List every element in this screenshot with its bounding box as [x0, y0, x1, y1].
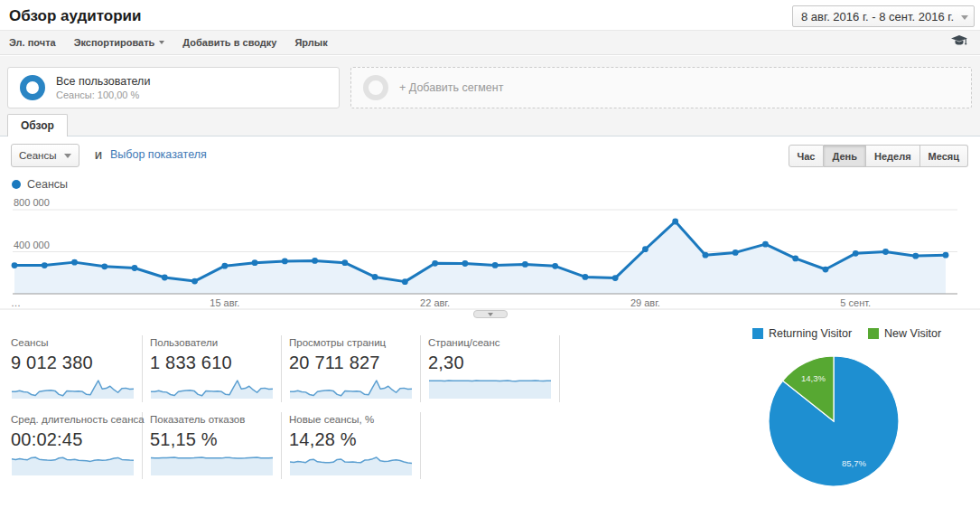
timeline-scrubber-handle[interactable] [473, 310, 508, 318]
data-point[interactable] [71, 259, 78, 266]
granularity-button-group: Час День Неделя Месяц [789, 145, 968, 167]
data-point[interactable] [672, 219, 678, 225]
granularity-week-button[interactable]: Неделя [866, 145, 920, 167]
intelligence-events-button[interactable] [951, 34, 967, 51]
data-point[interactable] [162, 275, 168, 281]
data-point[interactable] [912, 253, 919, 259]
metric-row-2: Сред. длительность сеанса 00:02:45 Показ… [4, 412, 421, 479]
data-point[interactable] [12, 262, 18, 268]
sparkline-chart [428, 378, 552, 400]
chevron-down-icon [159, 41, 164, 44]
data-point[interactable] [191, 278, 198, 285]
email-button[interactable]: Эл. почта [9, 37, 56, 48]
granularity-hour-button[interactable]: Час [789, 145, 825, 167]
metric-card-avg-session-duration: Сред. длительность сеанса 00:02:45 [4, 412, 143, 479]
chart-legend: Сеансы [12, 178, 68, 191]
legend-swatch-icon [868, 328, 879, 339]
data-point[interactable] [282, 259, 288, 265]
data-point[interactable] [402, 278, 408, 285]
sparkline-chart [289, 378, 413, 400]
action-toolbar: Эл. почта Экспортировать Добавить в свод… [0, 30, 980, 55]
data-point[interactable] [552, 263, 558, 269]
and-label: И [95, 150, 102, 161]
chevron-down-icon [64, 154, 71, 158]
sparkline-chart [11, 378, 135, 400]
data-point[interactable] [132, 265, 138, 271]
shortcut-button[interactable]: Ярлык [294, 37, 327, 48]
segment-subtitle: Сеансы: 100,00 % [56, 89, 150, 100]
data-point[interactable] [432, 260, 438, 267]
granularity-day-button[interactable]: День [824, 145, 866, 167]
legend-item-returning-visitor: Returning Visitor [752, 327, 852, 340]
sparkline-area [429, 381, 551, 399]
data-point[interactable] [341, 259, 348, 266]
segment-donut-icon [20, 75, 45, 100]
date-range-selector[interactable]: 8 авг. 2016 г. - 8 сент. 2016 г. [792, 5, 975, 27]
sparkline-area [12, 381, 134, 399]
metric-card-users: Пользователи 1 833 610 [143, 335, 282, 402]
data-point[interactable] [792, 256, 798, 262]
data-point[interactable] [372, 274, 378, 280]
data-point[interactable] [853, 250, 859, 257]
data-point[interactable] [703, 252, 709, 259]
x-axis-tick-label: 29 авг. [630, 297, 660, 308]
chevron-down-icon [961, 15, 968, 20]
metric-card-bounce-rate: Показатель отказов 51,15 % [143, 412, 282, 479]
data-point[interactable] [882, 249, 889, 255]
data-point[interactable] [733, 249, 739, 256]
data-point[interactable] [101, 263, 107, 269]
sparkline-line [429, 381, 551, 381]
chevron-down-icon [488, 313, 493, 316]
data-point[interactable] [762, 241, 769, 248]
data-point[interactable] [221, 263, 228, 269]
sparkline-chart [150, 455, 274, 476]
x-axis-tick-label: 22 авг. [420, 297, 450, 308]
data-point[interactable] [312, 258, 318, 264]
segment-section: Все пользователи Сеансы: 100,00 % + Доба… [0, 56, 980, 136]
data-point[interactable] [642, 246, 649, 252]
data-point[interactable] [943, 252, 949, 259]
x-axis-tick-label: … [11, 297, 21, 308]
visitor-type-pie-chart: 85,7%14,3% [766, 353, 901, 489]
data-point[interactable] [492, 262, 499, 268]
sparkline-area [151, 381, 273, 399]
select-metric-link[interactable]: Выбор показателя [110, 148, 207, 161]
data-point[interactable] [612, 275, 619, 281]
data-point[interactable] [42, 262, 48, 268]
segment-title: Все пользователи [56, 75, 150, 88]
sparkline-chart [289, 455, 413, 476]
sparkline-chart [150, 378, 274, 400]
data-point[interactable] [252, 259, 258, 266]
sessions-area [14, 221, 946, 294]
add-segment-button[interactable]: + Добавить сегмент [350, 67, 972, 108]
tab-overview[interactable]: Обзор [7, 114, 68, 136]
data-point[interactable] [462, 260, 468, 267]
audience-overview-page: { "header": { "title": "Обзор аудитории"… [0, 0, 980, 508]
segment-ring-icon [363, 75, 388, 100]
metric-select-dropdown[interactable]: Сеансы [11, 144, 79, 167]
date-range-label: 8 авг. 2016 г. - 8 сент. 2016 г. [801, 10, 954, 24]
y-axis-tick-label: 400 000 [14, 240, 50, 250]
export-button[interactable]: Экспортировать [74, 37, 165, 48]
data-point[interactable] [522, 261, 528, 268]
sparkline-area [151, 457, 273, 475]
metric-card-pages-per-session: Страниц/сеанс 2,30 [421, 335, 560, 402]
pie-slice-label: 85,7% [842, 458, 866, 468]
x-axis-tick-label: 15 авг. [210, 297, 239, 308]
data-point[interactable] [583, 274, 589, 280]
metric-row-1: Сеансы 9 012 380 Пользователи 1 833 610 … [4, 335, 560, 402]
granularity-month-button[interactable]: Месяц [920, 145, 968, 167]
metric-value: 20 711 827 [289, 353, 420, 373]
legend-swatch-icon [752, 328, 763, 339]
x-axis-tick-label: 5 сент. [840, 297, 871, 308]
data-point[interactable] [823, 267, 829, 273]
metric-card-pageviews: Просмотры страниц 20 711 827 [282, 335, 421, 402]
pie-slice-label: 14,3% [801, 373, 826, 383]
metric-card-new-sessions: Новые сеансы, % 14,28 % [282, 412, 421, 479]
sparkline-chart [11, 455, 135, 476]
add-to-dashboard-button[interactable]: Добавить в сводку [182, 37, 276, 48]
segment-all-users[interactable]: Все пользователи Сеансы: 100,00 % [7, 67, 340, 108]
pie-legend: Returning Visitor New Visitor [714, 327, 980, 340]
page-title: Обзор аудитории [9, 7, 142, 25]
sparkline-area [290, 381, 412, 399]
